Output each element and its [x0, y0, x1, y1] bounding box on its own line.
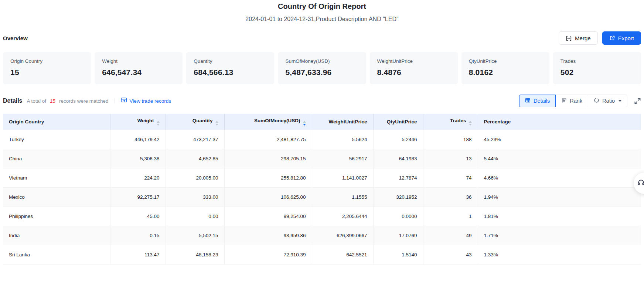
table-cell: 113.47	[110, 245, 166, 264]
stat-value: 502	[560, 68, 634, 77]
table-cell: 298,705.15	[224, 149, 312, 168]
table-cell: 72,910.39	[224, 245, 312, 264]
table-cell: 20,005.00	[166, 168, 224, 187]
table-header: Origin Country Weight Quantity SumOfMone…	[3, 114, 641, 130]
report-header: Country Of Origin Report 2024-01-01 to 2…	[3, 0, 641, 23]
table-cell: 5,306.38	[110, 149, 166, 168]
stat-value: 646,547.34	[102, 68, 175, 77]
stat-value: 15	[10, 68, 84, 77]
tab-rank[interactable]: Rank	[555, 95, 588, 107]
vertical-divider	[115, 98, 115, 103]
column-header-weight[interactable]: Weight	[110, 114, 166, 130]
view-trade-records-label: View trade records	[130, 98, 171, 104]
stat-card-origin-country: Origin Country 15	[3, 52, 91, 84]
column-header-qty-unit-price: QtyUnitPrice	[373, 114, 423, 130]
table-cell: 1	[423, 207, 478, 226]
table-cell: 1.1555	[312, 187, 373, 207]
table-cell: 1.94%	[478, 187, 641, 207]
table-cell: 5.5624	[312, 130, 373, 149]
stat-card-weight: Weight 646,547.34	[95, 52, 183, 84]
table-cell: Mexico	[3, 187, 110, 207]
overview-title: Overview	[3, 35, 28, 41]
table-cell: 36	[423, 187, 478, 207]
stat-label: Quantity	[194, 58, 267, 64]
match-count: 15	[50, 98, 55, 104]
table-cell: Vietnam	[3, 168, 110, 187]
table-cell: 12.7874	[373, 168, 423, 187]
table-cell: 2,205.6444	[312, 207, 373, 226]
table-cell: 446,179.42	[110, 130, 166, 149]
stat-card-sum-of-money: SumOfMoney(USD) 5,487,633.96	[278, 52, 366, 84]
details-title: Details	[3, 98, 22, 104]
stat-label: WeightUnitPrice	[377, 58, 450, 64]
table-cell: 1.81%	[478, 207, 641, 226]
tab-details[interactable]: Details	[519, 95, 556, 107]
match-prefix: A total of	[27, 98, 46, 104]
table-cell: 93,959.86	[224, 226, 312, 245]
table-cell: 1.5140	[373, 245, 423, 264]
table-cell: Sri Lanka	[3, 245, 110, 264]
table-cell: 2,481,827.75	[224, 130, 312, 149]
table-row: Turkey446,179.42473,217.372,481,827.755.…	[3, 130, 641, 149]
tab-ratio-label: Ratio	[602, 98, 615, 104]
table-cell: 106,625.00	[224, 187, 312, 207]
export-button[interactable]: Export	[602, 31, 641, 45]
view-trade-records-link[interactable]: View trade records	[121, 98, 171, 104]
table-row: Vietnam224.2020,005.00255,812.801,141.00…	[3, 168, 641, 187]
table-row: Philippines45.000.0099,254.002,205.64440…	[3, 207, 641, 226]
column-header-origin-country: Origin Country	[3, 114, 110, 130]
column-header-percentage: Percentage	[478, 114, 641, 130]
sort-icon	[157, 121, 160, 126]
details-left: Details A total of 15 records were match…	[3, 98, 171, 104]
merge-button[interactable]: Merge	[559, 31, 598, 45]
match-suffix: records were matched	[59, 98, 109, 104]
table-row: Sri Lanka113.4748,158.2372,910.39642.552…	[3, 245, 641, 264]
page-subtitle: 2024-01-01 to 2024-12-31,Product Descrip…	[3, 16, 641, 23]
stat-card-weight-unit-price: WeightUnitPrice 8.4876	[370, 52, 458, 84]
stat-label: Weight	[102, 58, 175, 64]
stat-label: Origin Country	[10, 58, 84, 64]
stat-value: 8.4876	[377, 68, 450, 77]
table-body: Turkey446,179.42473,217.372,481,827.755.…	[3, 130, 641, 264]
table-cell: 5.2446	[373, 130, 423, 149]
sort-icon	[469, 121, 472, 126]
bar-chart-icon	[561, 98, 567, 104]
table-cell: India	[3, 226, 110, 245]
table-cell: 4,652.85	[166, 149, 224, 168]
table-cell: 64.1983	[373, 149, 423, 168]
column-header-trades[interactable]: Trades	[423, 114, 478, 130]
overview-bar: Overview Merge	[3, 31, 641, 45]
table-cell: 56.2917	[312, 149, 373, 168]
table-cell: 92,275.17	[110, 187, 166, 207]
tab-ratio[interactable]: Ratio	[588, 95, 627, 107]
table-row: India0.155,502.1593,959.86626,399.066717…	[3, 226, 641, 245]
merge-button-label: Merge	[575, 35, 591, 41]
table-cell: 473,217.37	[166, 130, 224, 149]
table-cell: 626,399.0667	[312, 226, 373, 245]
table-cell: 1,141.0027	[312, 168, 373, 187]
headset-icon	[637, 178, 644, 188]
table-cell: 0.0000	[373, 207, 423, 226]
tab-details-label: Details	[534, 98, 550, 104]
trade-records-icon	[121, 98, 127, 104]
table-cell: 1.71%	[478, 226, 641, 245]
sort-icon	[215, 121, 218, 126]
table-cell: 5.44%	[478, 149, 641, 168]
stat-value: 5,487,633.96	[285, 68, 358, 77]
column-header-quantity[interactable]: Quantity	[166, 114, 224, 130]
column-header-sum-of-money[interactable]: SumOfMoney(USD)	[224, 114, 312, 130]
stat-card-qty-unit-price: QtyUnitPrice 8.0162	[461, 52, 549, 84]
table-cell: 255,812.80	[224, 168, 312, 187]
table-cell: 45.00	[110, 207, 166, 226]
sort-icon	[303, 121, 306, 126]
ratio-chart-icon	[594, 98, 599, 104]
stat-card-quantity: Quantity 684,566.13	[186, 52, 274, 84]
export-button-label: Export	[618, 35, 634, 41]
table-view-icon	[525, 98, 531, 104]
details-match-summary: A total of 15 records were matched	[27, 98, 108, 104]
stat-value: 684,566.13	[194, 68, 267, 77]
table-cell: Philippines	[3, 207, 110, 226]
column-header-weight-unit-price: WeightUnitPrice	[312, 114, 373, 130]
stat-label: SumOfMoney(USD)	[285, 58, 358, 64]
fullscreen-button[interactable]	[634, 98, 641, 105]
